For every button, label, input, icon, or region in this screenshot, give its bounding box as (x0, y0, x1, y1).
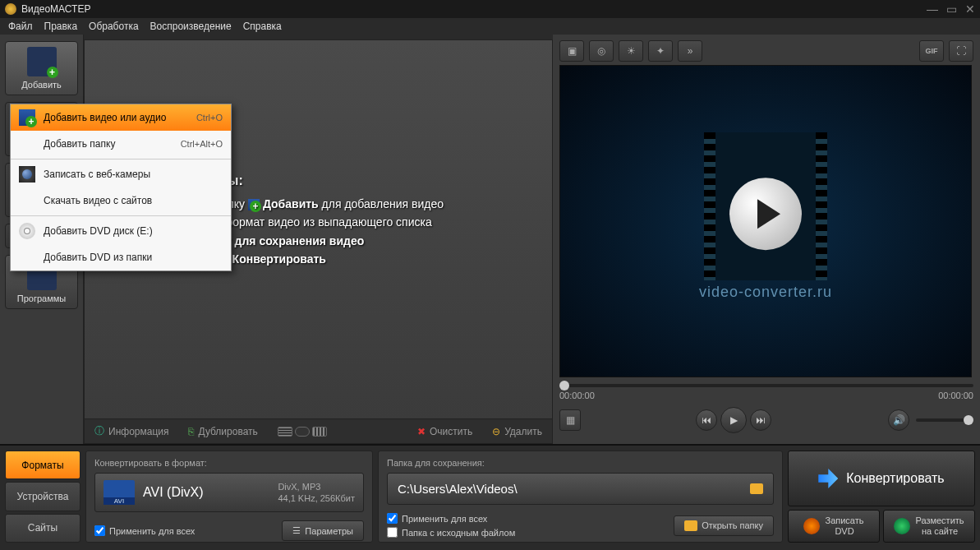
list-toolbar: ⓘИнформация ⎘Дублировать ✖Очистить ⊖Удал… (85, 418, 552, 443)
menu-file[interactable]: Файл (8, 21, 33, 32)
tab-sites[interactable]: Сайты (5, 514, 81, 543)
convert-button[interactable]: Конвертировать (788, 451, 975, 506)
burn-dvd-button[interactable]: ЗаписатьDVD (788, 510, 880, 543)
seek-knob[interactable] (559, 381, 569, 391)
menu-add-dvd-disc[interactable]: Добавить DVD диск (E:) (11, 218, 231, 244)
titlebar: ВидеоМАСТЕР — ▭ ✕ (0, 0, 980, 18)
skip-back-icon: ⏮ (702, 414, 711, 426)
brand-text: video-converter.ru (560, 284, 971, 301)
app-title: ВидеоМАСТЕР (21, 3, 927, 15)
disc-icon (803, 518, 820, 534)
video-preview[interactable]: video-converter.ru (559, 65, 972, 377)
mute-button[interactable]: 🔊 (888, 409, 909, 431)
maximize-button[interactable]: ▭ (946, 2, 957, 16)
play-button[interactable]: ▶ (720, 407, 747, 433)
output-folder-field[interactable]: C:\Users\Alex\Videos\ (387, 473, 774, 505)
volume-slider[interactable] (916, 418, 973, 422)
gif-button[interactable]: GIF (919, 40, 944, 62)
crop-icon: ▣ (568, 45, 577, 57)
prev-button[interactable]: ⏮ (696, 409, 717, 431)
delete-button[interactable]: ⊖Удалить (492, 426, 542, 437)
format-panel: Конвертировать в формат: AVI AVI (DivX) … (85, 451, 373, 543)
seek-slider[interactable] (559, 384, 973, 387)
brightness-button[interactable]: ☀ (619, 40, 643, 62)
output-folder-path: C:\Users\Alex\Videos\ (398, 482, 750, 496)
arrow-right-icon (818, 469, 838, 488)
format-name: AVI (DivX) (143, 485, 203, 500)
browse-folder-icon[interactable] (750, 483, 763, 494)
menubar: Файл Правка Обработка Воспроизведение Сп… (0, 18, 980, 35)
preview-toolbar: ▣ ◎ ☀ ✦ » GIF ⛶ (559, 39, 973, 62)
time-total: 00:00:00 (938, 391, 973, 400)
menu-help[interactable]: Справка (243, 21, 282, 32)
folder-label: Папка для сохранения: (387, 458, 774, 468)
list-icon: ☰ (292, 525, 301, 536)
sun-icon: ☀ (627, 45, 636, 57)
format-apply-all-checkbox[interactable]: Применить для всех (94, 525, 195, 536)
info-button[interactable]: ⓘИнформация (94, 424, 168, 438)
format-selector[interactable]: AVI AVI (DivX) DivX, MP3 44,1 KHz, 256Кб… (94, 473, 364, 512)
time-current: 00:00:00 (559, 391, 595, 400)
menu-add-folder[interactable]: Добавить папку Ctrl+Alt+O (11, 131, 231, 157)
snapshot-button[interactable]: ▦ (559, 409, 581, 431)
fullscreen-icon: ⛶ (956, 45, 966, 57)
source-folder-checkbox[interactable]: Папка с исходным файлом (387, 527, 515, 538)
speed-button[interactable]: » (678, 40, 702, 62)
format-quality: 44,1 KHz, 256Кбит (278, 492, 355, 504)
next-button[interactable]: ⏭ (750, 409, 771, 431)
tab-devices[interactable]: Устройства (5, 482, 81, 511)
film-add-icon (27, 47, 57, 76)
thumb-view-icon (312, 427, 327, 437)
volume-knob[interactable] (964, 415, 973, 425)
dvd-icon (19, 223, 35, 239)
crop-button[interactable]: ▣ (559, 40, 584, 62)
info-icon: ⓘ (94, 424, 104, 438)
sidebar-programs-label: Программы (17, 293, 66, 303)
menu-add-video-audio[interactable]: Добавить видео или аудио Ctrl+O (11, 104, 231, 131)
preview-panel: ▣ ◎ ☀ ✦ » GIF ⛶ video-converter.ru 00:00… (553, 35, 980, 444)
play-icon: ▶ (730, 414, 738, 426)
tab-formats[interactable]: Форматы (5, 451, 81, 479)
minimize-button[interactable]: — (927, 2, 938, 16)
sidebar-add-label: Добавить (21, 80, 62, 90)
publish-button[interactable]: Разместитьна сайте (883, 510, 975, 543)
image-icon: ▦ (566, 414, 575, 426)
clear-button[interactable]: ✖Очистить (417, 426, 472, 437)
webcam-icon (19, 166, 35, 183)
folder-apply-all-checkbox[interactable]: Применить для всех (387, 513, 515, 524)
menu-edit[interactable]: Правка (44, 21, 78, 32)
runner-icon: » (688, 45, 693, 57)
list-view-icon (278, 427, 292, 437)
avi-icon: AVI (104, 480, 135, 505)
film-add-icon (19, 109, 35, 126)
timeline: 00:00:00 00:00:00 (559, 384, 973, 400)
fullscreen-button[interactable]: ⛶ (949, 40, 973, 62)
film-add-icon (248, 199, 260, 210)
add-dropdown-menu: Добавить видео или аудио Ctrl+O Добавить… (10, 104, 232, 271)
play-overlay-icon (729, 178, 802, 250)
switch-icon (295, 427, 310, 437)
view-toggle[interactable] (278, 427, 327, 437)
bottom-panel: Форматы Устройства Сайты Конвертировать … (0, 444, 980, 548)
menu-process[interactable]: Обработка (89, 21, 139, 32)
format-codec: DivX, MP3 (278, 481, 355, 492)
format-tabs: Форматы Устройства Сайты (5, 451, 81, 543)
menu-record-webcam[interactable]: Записать с веб-камеры (11, 161, 231, 187)
menu-download-video[interactable]: Скачать видео с сайтов (11, 187, 231, 214)
menu-playback[interactable]: Воспроизведение (150, 21, 232, 32)
sidebar-add-button[interactable]: Добавить (5, 41, 78, 95)
speaker-icon: 🔊 (893, 414, 905, 426)
parameters-button[interactable]: ☰Параметры (282, 520, 364, 541)
delete-icon: ⊖ (492, 426, 500, 437)
enhance-button[interactable]: ◎ (589, 40, 614, 62)
open-folder-button[interactable]: Открыть папку (674, 515, 774, 536)
app-logo-icon (5, 3, 16, 15)
close-button[interactable]: ✕ (965, 2, 975, 16)
duplicate-button[interactable]: ⎘Дублировать (188, 426, 257, 437)
playback-controls: ▦ ⏮ ▶ ⏭ 🔊 (559, 407, 973, 433)
skip-forward-icon: ⏭ (756, 414, 766, 426)
format-label: Конвертировать в формат: (94, 458, 364, 468)
effects-button[interactable]: ✦ (648, 40, 673, 62)
menu-add-dvd-folder[interactable]: Добавить DVD из папки (11, 244, 231, 270)
clear-icon: ✖ (417, 426, 426, 437)
